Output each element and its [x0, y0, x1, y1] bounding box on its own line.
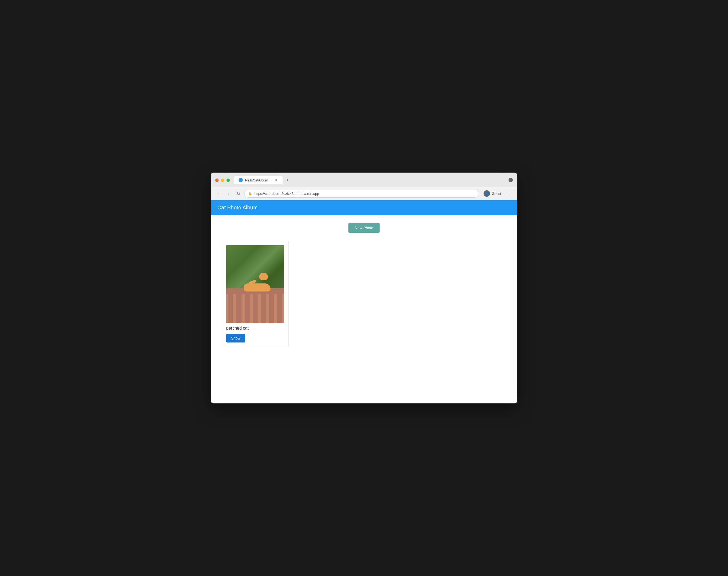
tab-bar: 🌐 RailsCatAlbum × + [234, 176, 291, 184]
app-title: Cat Photo Album [217, 204, 511, 211]
profile-label: Guest [492, 192, 501, 196]
photo-grid: perched cat Show [222, 241, 506, 347]
reload-button[interactable]: ↻ [235, 190, 242, 197]
browser-menu-right: 👤 Guest ⋮ [481, 189, 513, 198]
new-photo-button[interactable]: New Photo [348, 223, 380, 233]
web-content: Cat Photo Album New Photo [211, 200, 517, 403]
title-bar: 🌐 RailsCatAlbum × + [211, 173, 517, 187]
close-window-button[interactable] [215, 178, 219, 182]
profile-button[interactable]: 👤 Guest [481, 189, 503, 198]
app-header: Cat Photo Album [211, 200, 517, 215]
app-body: New Photo [211, 215, 517, 403]
tab-favicon: 🌐 [239, 178, 243, 182]
profile-avatar: 👤 [484, 190, 490, 197]
photo-caption: perched cat [226, 326, 284, 331]
fence [226, 288, 284, 323]
photo-image [226, 245, 284, 323]
active-tab[interactable]: 🌐 RailsCatAlbum × [234, 176, 282, 184]
back-button[interactable]: ‹ [215, 190, 223, 197]
close-tab-button[interactable]: × [274, 178, 278, 182]
cat-head [259, 273, 268, 280]
show-button[interactable]: Show [226, 334, 245, 343]
cat-paws [257, 286, 265, 288]
photo-card: perched cat Show [222, 241, 289, 347]
new-photo-container: New Photo [222, 223, 506, 233]
address-bar: ‹ › ↻ 🔒 https://cat-album-2uzkt43tdq-uc.… [211, 187, 517, 200]
fence-posts [226, 294, 284, 323]
browser-window: 🌐 RailsCatAlbum × + ‹ › ↻ 🔒 https://cat-… [211, 173, 517, 403]
maximize-window-button[interactable] [226, 178, 230, 182]
url-bar[interactable]: 🔒 https://cat-album-2uzkt43tdq-uc.a.run.… [244, 190, 479, 198]
forward-button[interactable]: › [225, 190, 232, 197]
url-text: https://cat-album-2uzkt43tdq-uc.a.run.ap… [254, 192, 319, 196]
cat-scene [226, 245, 284, 323]
record-indicator [509, 178, 513, 182]
window-controls [215, 178, 230, 182]
secure-icon: 🔒 [248, 192, 252, 195]
browser-menu-button[interactable]: ⋮ [505, 190, 513, 197]
minimize-window-button[interactable] [221, 178, 224, 182]
tab-title: RailsCatAlbum [245, 178, 272, 182]
cat-body [244, 283, 271, 291]
new-tab-button[interactable]: + [284, 176, 291, 184]
